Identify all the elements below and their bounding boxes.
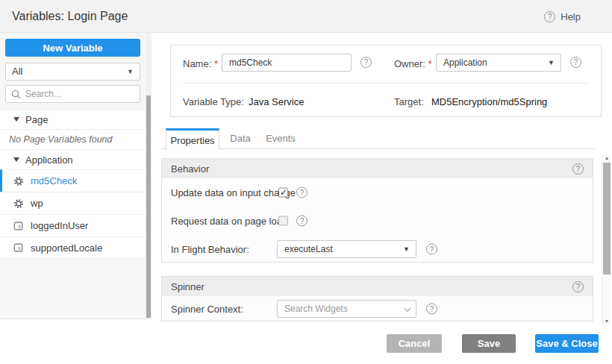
variable-item-label: wp (31, 198, 43, 209)
search-input[interactable] (25, 89, 134, 99)
new-variable-button[interactable]: New Variable (5, 39, 140, 57)
tab-events[interactable]: Events (260, 128, 302, 149)
help-icon: ? (544, 11, 555, 22)
svg-text:x: x (18, 224, 21, 229)
variable-box-icon: x (13, 221, 24, 231)
page-title: Variables: Login Page (12, 0, 128, 33)
spinner-section-title: Spinner (171, 281, 204, 292)
owner-help-icon[interactable]: ? (570, 57, 581, 68)
owner-select[interactable]: Application ▼ (436, 54, 561, 72)
in-flight-row: In Flight Behavior: executeLast ▼ ? (162, 235, 593, 263)
save-button[interactable]: Save (462, 334, 516, 353)
behavior-section: Behavior ? Update data on input change ?… (161, 158, 593, 263)
chevron-down-icon (404, 304, 411, 312)
spinner-context-placeholder: Search Widgets (284, 304, 348, 314)
variables-sidebar: New Variable All ▼ Page No Page Variable… (0, 33, 146, 319)
spinner-context-label: Spinner Context: (171, 304, 243, 315)
update-data-checkbox[interactable] (278, 188, 288, 198)
behavior-section-title: Behavior (171, 163, 209, 175)
variable-type-label: Variable Type: (183, 96, 244, 107)
sidebar-search (5, 85, 140, 103)
spinner-section: Spinner ? Spinner Context: Search Widget… (161, 276, 593, 321)
scroll-down-icon[interactable]: ▼ (602, 317, 611, 326)
name-label: Name: * (183, 58, 218, 69)
request-data-help-icon[interactable]: ? (296, 216, 307, 227)
collapse-triangle-icon (13, 157, 19, 162)
chevron-down-icon: ▼ (127, 63, 134, 80)
update-data-help-icon[interactable]: ? (296, 187, 307, 198)
spinner-help-icon[interactable]: ? (572, 281, 584, 292)
variable-item-label: loggedInUser (31, 220, 88, 231)
tab-properties[interactable]: Properties (166, 128, 219, 150)
in-flight-select-value: executeLast (284, 244, 333, 254)
tree-group-application-label: Application (25, 154, 73, 166)
variable-filter-select[interactable]: All ▼ (5, 63, 140, 81)
chevron-down-icon: ▼ (403, 241, 410, 257)
sidebar-scrollbar-thumb[interactable] (146, 95, 151, 318)
target-label: Target: (394, 96, 424, 107)
spinner-context-help-icon[interactable]: ? (426, 304, 437, 315)
gear-icon (13, 198, 24, 209)
variable-box-icon: x (13, 242, 24, 253)
update-data-row: Update data on input change ? (162, 178, 593, 207)
required-marker: * (428, 58, 432, 69)
page-empty-message: No Page Variables found (0, 129, 146, 149)
tab-data[interactable]: Data (221, 128, 260, 149)
chevron-down-icon: ▼ (548, 54, 555, 71)
variable-filter-value: All (12, 66, 22, 77)
tree-group-application[interactable]: Application (0, 149, 146, 169)
variables-tree: Page No Page Variables found Application… (0, 109, 146, 259)
target-value: MD5Encryption/md5Spring (431, 96, 547, 107)
variable-type-value: Java Service (249, 96, 304, 107)
tree-group-page[interactable]: Page (0, 109, 146, 129)
variable-item-label: supportedLocale (31, 242, 102, 254)
name-input[interactable] (222, 54, 352, 72)
info-divider (183, 83, 589, 84)
scroll-up-icon[interactable]: ▲ (602, 154, 611, 163)
variable-item-label: md5Check (31, 175, 77, 186)
search-icon (11, 90, 21, 99)
help-link[interactable]: ? Help (544, 0, 581, 33)
sidebar-scrollbar[interactable] (146, 33, 152, 319)
properties-scrollbar-thumb[interactable] (603, 163, 611, 274)
owner-label: Owner: * (394, 58, 432, 69)
spinner-context-select[interactable]: Search Widgets (277, 300, 416, 318)
save-and-close-button[interactable]: Save & Close (535, 334, 599, 353)
spinner-context-row: Spinner Context: Search Widgets ? (162, 296, 593, 321)
required-marker: * (214, 58, 218, 69)
name-help-icon[interactable]: ? (360, 57, 372, 68)
spinner-section-header: Spinner ? (162, 277, 593, 296)
variable-item-supportedlocale[interactable]: x supportedLocale (0, 236, 146, 259)
variable-item-wp[interactable]: wp (0, 192, 146, 214)
request-data-label: Request data on page load (171, 216, 287, 227)
variables-dialog: Variables: Login Page ? Help New Variabl… (0, 0, 612, 364)
in-flight-select[interactable]: executeLast ▼ (277, 240, 416, 258)
in-flight-label: In Flight Behavior: (171, 244, 249, 255)
request-data-row: Request data on page load ? (162, 207, 593, 235)
cancel-button[interactable]: Cancel (387, 334, 442, 353)
properties-scrollbar[interactable]: ▲ ▼ (602, 154, 611, 326)
tree-group-page-label: Page (25, 114, 48, 125)
owner-select-value: Application (443, 57, 487, 68)
behavior-section-header: Behavior ? (162, 159, 593, 178)
help-label: Help (561, 11, 581, 22)
gear-icon (13, 176, 24, 186)
request-data-checkbox[interactable] (278, 216, 288, 226)
svg-text:x: x (18, 245, 21, 251)
variable-item-md5check[interactable]: md5Check (0, 169, 146, 192)
update-data-label: Update data on input change (171, 187, 296, 198)
variable-item-loggedinuser[interactable]: x loggedInUser (0, 214, 146, 236)
dialog-header: Variables: Login Page ? Help (0, 0, 612, 33)
variable-info-panel: Name: * ? Owner: * Application ▼ ? Varia… (170, 45, 602, 117)
behavior-help-icon[interactable]: ? (572, 163, 584, 175)
collapse-triangle-icon (13, 117, 19, 122)
in-flight-help-icon[interactable]: ? (426, 244, 437, 255)
